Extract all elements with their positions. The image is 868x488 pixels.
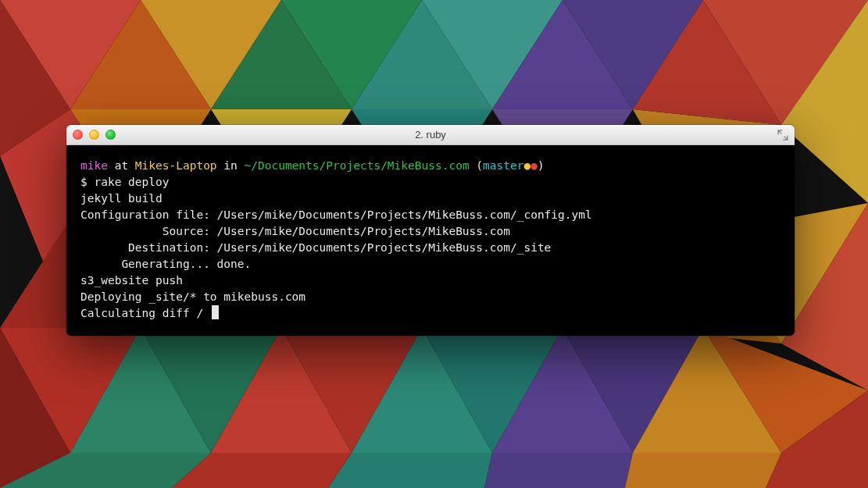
- output-line: Source: /Users/mike/Documents/Projects/M…: [80, 225, 510, 237]
- output-line: s3_website push: [80, 274, 183, 287]
- traffic-lights: [73, 130, 116, 140]
- prompt-in: in: [217, 159, 245, 172]
- terminal-cursor: [212, 305, 219, 319]
- output-line: Configuration file: /Users/mike/Document…: [80, 208, 592, 221]
- prompt-at: at: [108, 159, 135, 172]
- git-status-dot-2: ●: [530, 159, 538, 172]
- minimize-icon[interactable]: [89, 130, 99, 140]
- window-title: 2. ruby: [66, 129, 795, 141]
- prompt-paren-close: ): [538, 159, 545, 172]
- window-titlebar[interactable]: 2. ruby: [66, 125, 795, 145]
- fullscreen-icon[interactable]: [777, 130, 788, 141]
- terminal-window[interactable]: 2. ruby mike at Mikes-Laptop in ~/Docume…: [66, 125, 795, 336]
- terminal-content[interactable]: mike at Mikes-Laptop in ~/Documents/Proj…: [66, 145, 795, 336]
- prompt-path: ~/Documents/Projects/MikeBuss.com: [245, 159, 470, 172]
- prompt-branch: master: [483, 159, 523, 172]
- output-line: Calculating diff /: [80, 307, 210, 319]
- zoom-icon[interactable]: [105, 130, 116, 140]
- git-status-dot-1: ●: [523, 159, 530, 172]
- output-line: jekyll build: [80, 192, 163, 205]
- command-text: rake deploy: [94, 176, 169, 188]
- prompt-paren-open: (: [470, 159, 483, 172]
- close-icon[interactable]: [73, 130, 83, 140]
- output-line: Deploying _site/* to mikebuss.com: [80, 290, 305, 303]
- prompt-host: Mikes-Laptop: [135, 159, 217, 172]
- prompt-symbol: $: [80, 176, 94, 188]
- output-line: Destination: /Users/mike/Documents/Proje…: [80, 241, 551, 254]
- prompt-user: mike: [80, 159, 108, 172]
- output-line: Generating... done.: [80, 258, 251, 270]
